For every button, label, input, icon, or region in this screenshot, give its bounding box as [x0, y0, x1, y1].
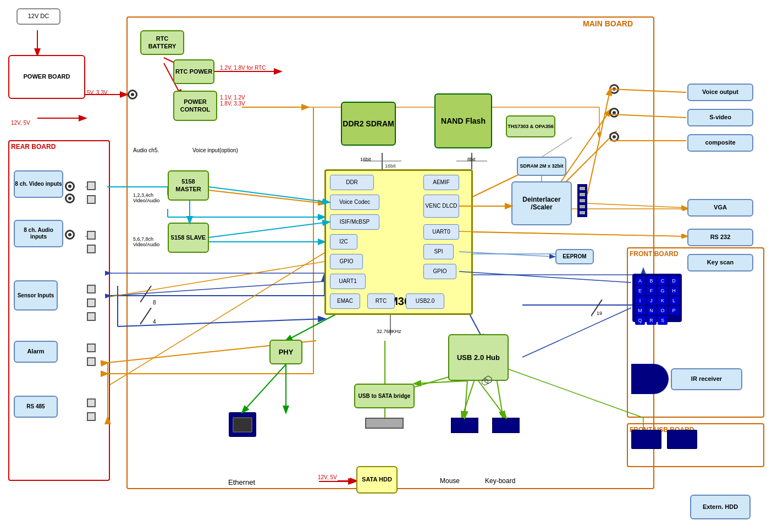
main-board-label: MAIN BOARD [583, 19, 633, 28]
rs232-label: RS 232 [710, 234, 731, 241]
front-board-label: FRONT BOARD [630, 250, 679, 258]
label-bus-8: 8 [153, 300, 156, 306]
key-D: D [669, 276, 679, 285]
audio-inputs-box: 8 ch. Audio inputs [14, 220, 63, 247]
key-R: R [647, 316, 657, 325]
sensor-inputs-box: Sensor Inputs [14, 280, 58, 311]
usb-port-1 [451, 418, 478, 433]
deinterlacer-output-connector [577, 184, 587, 217]
alarm-box: Alarm [14, 341, 58, 363]
composite-label: composite [705, 139, 735, 146]
eeprom-label: EEPROM [563, 253, 586, 260]
key-L: L [669, 296, 679, 305]
label-16bit: 16bit [360, 157, 371, 162]
usb-sata-box: USB to SATA bridge [354, 384, 415, 408]
voice-codec-box: Voice Codec [330, 195, 379, 210]
key-K: K [658, 296, 668, 305]
voice-output-box: Voice output [687, 84, 753, 101]
rs232-box: RS 232 [687, 229, 753, 246]
voice-output-label: Voice output [702, 88, 738, 96]
venc-dlcd-box: VENC DLCD [423, 195, 459, 218]
label-12v-5v-hdd: 12V, 5V [318, 474, 337, 480]
connector-sq-6 [87, 298, 96, 307]
ddr-box: DDR [330, 175, 374, 190]
rs485-label: RS 485 [26, 403, 45, 410]
master-5158-label: 5158 MASTER [169, 178, 208, 192]
key-F: F [647, 286, 657, 295]
gpio-left-box: GPIO [330, 254, 363, 269]
aemif-box: AEMIF [423, 175, 459, 190]
master-slave-arrow [181, 201, 198, 225]
sensor-inputs-label: Sensor Inputs [18, 292, 54, 299]
sata-hdd-label: SATA HDD [362, 476, 392, 483]
nand-flash-box: NAND Flash [434, 93, 492, 148]
label-keyboard: Key-board [485, 477, 515, 485]
label-voice-input: Voice input(option) [192, 147, 238, 153]
emac-box: EMAC [330, 293, 360, 309]
connector-sq-8 [87, 343, 96, 352]
gpio-right-box: GPIO [423, 264, 456, 279]
label-ethernet: Ethernet [228, 478, 255, 486]
slave-5158-label: 5158 SLAVE [171, 234, 206, 241]
12v-dc-box: 12V DC [16, 8, 60, 25]
uart0-box: UART0 [423, 224, 459, 240]
key-O: O [658, 306, 668, 315]
master-5158-box: 5158 MASTER [168, 170, 209, 201]
rj45-connector [229, 412, 256, 437]
key-B: B [647, 276, 657, 285]
rs485-box: RS 485 [14, 396, 58, 418]
nand-flash-label: NAND Flash [441, 117, 486, 126]
sata-hdd-box: SATA HDD [356, 466, 398, 494]
key-G: G [658, 286, 668, 295]
key-H: H [669, 286, 679, 295]
label-power-voltage: 1.1V, 1.2V1.8V, 3.3V [220, 95, 245, 107]
deinterlacer-box: Deinterlacer /Scaler [511, 181, 572, 225]
diagram-container: 16bit [0, 0, 772, 532]
label-5v-3v3: 5V, 3.3V [87, 90, 107, 96]
ir-receiver-shape [631, 364, 669, 394]
power-control-box: POWER CONTROL [173, 91, 217, 121]
phy-label: PHY [279, 348, 294, 357]
key-J: J [647, 296, 657, 305]
label-32k: 32.768KHz [377, 329, 401, 334]
s-video-box: S-video [687, 109, 753, 126]
usb-sata-label: USB to SATA bridge [359, 393, 411, 400]
rtc-power-box: RTC POWER [173, 59, 214, 84]
connector-sq-5 [87, 285, 96, 293]
phy-box: PHY [269, 340, 302, 364]
key-I: I [635, 296, 645, 305]
connector-sq-1 [87, 181, 96, 190]
dot-audio-1 [65, 230, 75, 240]
power-board-box: POWER BOARD [8, 55, 85, 99]
rtc-battery-label: RTC BATTERY [141, 35, 183, 49]
front-usb-ports [631, 430, 697, 449]
dot-video-2 [65, 193, 75, 203]
12v-dc-label: 12V DC [28, 13, 49, 20]
connector-sq-2 [87, 195, 96, 204]
eeprom-box: EEPROM [555, 249, 594, 264]
spi-box: SPI [423, 244, 454, 259]
keyboard-grid: A B C D E F G H I J K L M N O P Q R S [632, 274, 682, 322]
rtc-battery-box: RTC BATTERY [140, 30, 184, 55]
ddr2-sdram-box: DDR2 SDRAM [341, 102, 396, 146]
key-scan-box: Key scan [687, 254, 753, 271]
label-bus-4: 4 [153, 319, 156, 325]
label-audio-ch5: Audio ch5. [133, 147, 159, 153]
usb-port-2 [492, 418, 520, 433]
ths7303-label: THS7303 & OPA356 [508, 124, 553, 130]
power-connector-dot [128, 90, 137, 99]
ir-receiver-box: IR receiver [671, 368, 742, 390]
dot-connector-2 [609, 108, 619, 118]
usb-hub-label: USB 2.0 Hub [457, 353, 500, 362]
sdram-2m-label: SDRAM 2M x 32bit [520, 163, 563, 169]
power-board-label: POWER BOARD [24, 73, 70, 80]
s-video-label: S-video [709, 114, 731, 121]
ddr2-sdram-label: DDR2 SDRAM [343, 119, 394, 129]
extern-hdd-box: Extern. HDD [690, 495, 751, 519]
slave-5158-box: 5158 SLAVE [168, 223, 209, 253]
connector-sq-3 [87, 231, 96, 240]
vga-label: VGA [714, 204, 727, 211]
key-C: C [658, 276, 668, 285]
label-12v-5v: 12V, 5V [11, 120, 30, 126]
ths7303-box: THS7303 & OPA356 [506, 115, 555, 137]
